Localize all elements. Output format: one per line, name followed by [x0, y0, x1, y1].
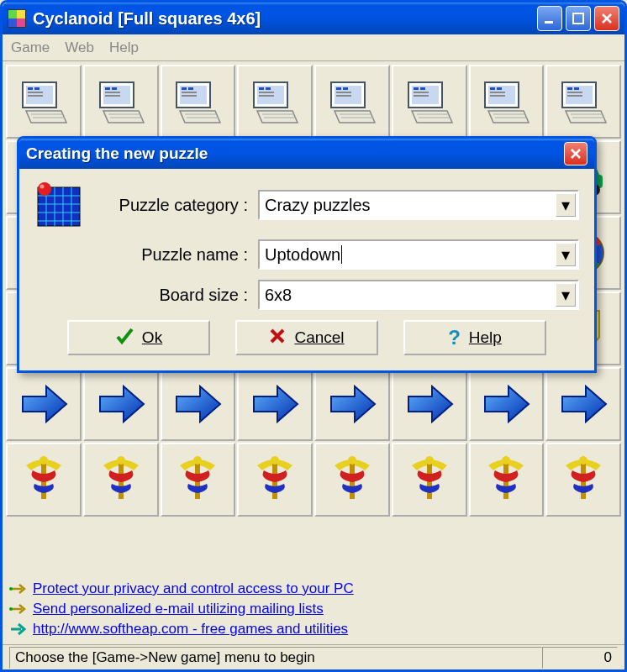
svg-rect-38 — [336, 92, 351, 93]
game-tile[interactable] — [392, 65, 467, 139]
link-homepage[interactable]: http://www.softheap.com - free games and… — [33, 621, 348, 638]
size-combo[interactable]: 6x8 ▾ — [258, 280, 579, 310]
x-icon — [269, 328, 286, 349]
svg-rect-37 — [343, 87, 348, 90]
svg-rect-12 — [105, 87, 110, 90]
game-tile[interactable] — [237, 65, 313, 139]
svg-rect-1 — [573, 13, 583, 24]
svg-rect-21 — [188, 87, 193, 90]
menubar: Game Web Help — [3, 34, 624, 61]
name-label: Puzzle name : — [90, 245, 258, 265]
menu-help[interactable]: Help — [109, 39, 139, 56]
game-tile[interactable] — [392, 443, 467, 517]
game-tile[interactable] — [237, 367, 313, 441]
dropdown-arrow-icon[interactable]: ▾ — [556, 193, 576, 217]
game-tile[interactable] — [83, 367, 159, 441]
dialog-title: Creating the new puzzle — [26, 144, 564, 163]
svg-rect-55 — [490, 95, 505, 97]
game-tile[interactable] — [469, 367, 545, 441]
svg-rect-47 — [414, 95, 429, 97]
svg-rect-22 — [182, 92, 197, 93]
game-tile[interactable] — [545, 367, 621, 441]
ok-button[interactable]: Ok — [67, 320, 210, 355]
titlebar: Cyclanoid [Full squares 4x6] — [3, 3, 624, 34]
svg-point-101 — [38, 182, 51, 196]
svg-point-77 — [117, 456, 125, 465]
category-value: Crazy puzzles — [265, 196, 371, 215]
game-tile[interactable] — [83, 443, 159, 517]
minimize-button[interactable] — [537, 6, 562, 31]
menu-game[interactable]: Game — [11, 39, 50, 56]
game-tile[interactable] — [6, 367, 82, 441]
svg-rect-23 — [182, 95, 197, 97]
svg-point-89 — [579, 456, 587, 465]
size-label: Board size : — [90, 286, 258, 305]
game-tile[interactable] — [545, 443, 621, 517]
svg-rect-30 — [259, 92, 274, 93]
category-label: Puzzle category : — [90, 196, 258, 215]
arrow-icon — [9, 622, 28, 636]
svg-rect-45 — [420, 87, 425, 90]
svg-point-87 — [502, 456, 510, 465]
svg-rect-28 — [259, 87, 264, 90]
svg-rect-60 — [567, 87, 572, 90]
game-tile[interactable] — [83, 65, 159, 139]
game-tile[interactable] — [469, 65, 545, 139]
maximize-button[interactable] — [566, 6, 591, 31]
game-tile[interactable] — [314, 443, 390, 517]
game-tile[interactable] — [6, 443, 82, 517]
game-tile[interactable] — [161, 65, 236, 139]
game-tile[interactable] — [314, 65, 390, 139]
svg-point-90 — [9, 587, 13, 591]
statusbar: Choose the [Game->New game] menu to begi… — [3, 644, 624, 669]
dropdown-arrow-icon[interactable]: ▾ — [556, 243, 576, 266]
size-value: 6x8 — [265, 286, 292, 305]
window-buttons — [537, 6, 619, 31]
link-privacy[interactable]: Protect your privacy and control access … — [33, 580, 354, 597]
game-tile[interactable] — [314, 367, 390, 441]
category-combo[interactable]: Crazy puzzles ▾ — [258, 190, 579, 220]
window-title: Cyclanoid [Full squares 4x6] — [33, 9, 537, 29]
question-icon: ? — [448, 326, 461, 349]
status-count: 0 — [542, 647, 618, 669]
help-button[interactable]: ? Help — [403, 320, 546, 355]
check-icon — [115, 327, 134, 349]
puzzle-grid-icon — [34, 181, 83, 229]
game-tile[interactable] — [237, 443, 313, 517]
promo-links: Protect your privacy and control access … — [3, 575, 624, 644]
status-text: Choose the [Game->New game] menu to begi… — [9, 647, 542, 669]
svg-rect-61 — [574, 87, 579, 90]
svg-rect-31 — [259, 95, 274, 97]
new-puzzle-dialog: Creating the new puzzle Puzzle category … — [17, 136, 597, 373]
close-button[interactable] — [594, 6, 619, 31]
svg-rect-62 — [567, 92, 582, 93]
game-tile[interactable] — [161, 367, 236, 441]
pointer-icon — [9, 582, 28, 596]
game-tile[interactable] — [469, 443, 545, 517]
dropdown-arrow-icon[interactable]: ▾ — [556, 283, 576, 307]
dialog-close-button[interactable] — [564, 142, 587, 165]
svg-point-81 — [271, 456, 279, 465]
svg-rect-29 — [266, 87, 271, 90]
pointer-icon — [9, 602, 28, 616]
name-value: Uptodown — [265, 245, 340, 265]
svg-point-75 — [40, 456, 48, 465]
app-icon — [8, 9, 26, 28]
svg-rect-20 — [182, 87, 187, 90]
svg-rect-39 — [336, 95, 351, 97]
svg-rect-5 — [34, 87, 40, 90]
svg-rect-13 — [112, 87, 117, 90]
game-tile[interactable] — [161, 443, 236, 517]
game-tile[interactable] — [545, 65, 621, 139]
svg-rect-15 — [105, 95, 120, 97]
menu-web[interactable]: Web — [65, 39, 94, 56]
svg-point-91 — [9, 607, 13, 611]
cancel-button[interactable]: Cancel — [235, 320, 378, 355]
game-tile[interactable] — [392, 367, 467, 441]
name-combo[interactable]: Uptodown ▾ — [258, 239, 579, 270]
game-tile[interactable] — [6, 65, 82, 139]
dialog-titlebar: Creating the new puzzle — [19, 139, 594, 169]
svg-point-102 — [40, 185, 45, 189]
link-mailing[interactable]: Send personalized e-mail utilizing maili… — [33, 601, 324, 617]
svg-rect-54 — [490, 92, 505, 93]
